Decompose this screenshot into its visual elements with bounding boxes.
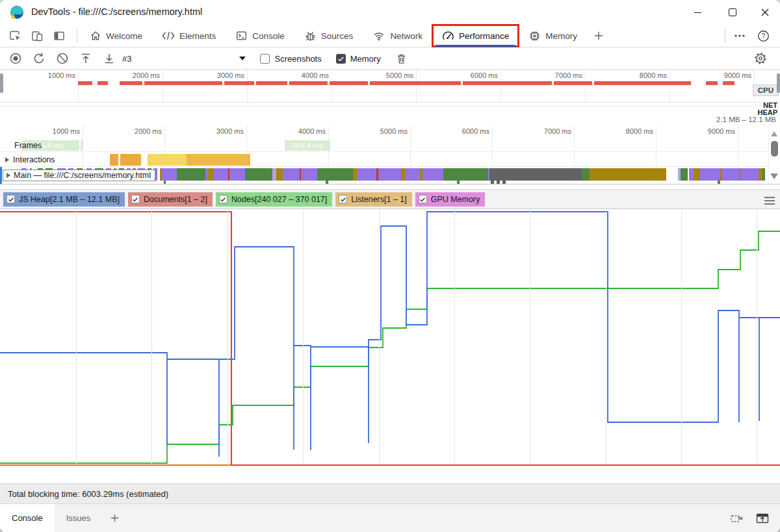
performance-toolbar: #3 Screenshots Memory (0, 47, 780, 70)
memory-label: Memory (350, 54, 381, 64)
gridline (757, 209, 757, 464)
record-button[interactable] (4, 49, 27, 68)
gridline (303, 209, 304, 464)
help-button[interactable]: ? (751, 30, 775, 42)
flame-child-tick (502, 181, 506, 184)
memory-chip-icon (528, 30, 541, 42)
gridline (76, 209, 77, 464)
counter-checkbox[interactable] (419, 195, 427, 203)
memory-checkbox[interactable] (336, 54, 346, 64)
reload-and-record-button[interactable] (27, 49, 51, 68)
tab-performance[interactable]: Performance (432, 25, 519, 47)
more-options-button[interactable] (728, 34, 751, 38)
title-bar: DevTools - file:///C:/screens/memory.htm… (0, 0, 780, 25)
load-profile-button[interactable] (74, 49, 98, 68)
drawer-tab-bar: Console Issues (0, 504, 780, 532)
overview-right-handle[interactable] (777, 73, 780, 93)
session-dropdown[interactable] (239, 57, 246, 60)
tab-label: Console (252, 31, 285, 41)
drawer-more-tools-button[interactable] (102, 504, 127, 532)
tracks-scrollbar[interactable] (768, 125, 780, 184)
interaction-bar (187, 154, 250, 166)
download-icon (103, 52, 116, 65)
scroll-down-icon[interactable] (770, 173, 778, 179)
counter-label: Listeners[1 – 1] (351, 195, 406, 204)
counter-toggle-1[interactable]: Documents[1 – 2] (128, 192, 213, 207)
memory-counters-chart[interactable] (0, 209, 780, 466)
inspect-element-button[interactable] (4, 27, 26, 45)
expand-panel-icon (755, 512, 770, 525)
tab-label: Welcome (106, 31, 142, 41)
help-icon: ? (757, 30, 770, 42)
screenshots-checkbox[interactable] (260, 54, 270, 64)
minimize-button[interactable] (682, 0, 712, 25)
tab-sources[interactable]: Sources (294, 25, 363, 47)
counter-toggle-0[interactable]: JS Heap[2.1 MB – 12.1 MB] (3, 192, 125, 207)
interaction-bar (148, 154, 187, 166)
main-track-label[interactable]: Main — file:///C:/screens/memory.html (3, 170, 155, 181)
counter-toggle-2[interactable]: Nodes[240 027 – 370 017] (216, 192, 332, 207)
device-emulation-button[interactable] (26, 27, 48, 45)
summary-bar: Total blocking time: 6003.29ms (estimate… (0, 483, 780, 504)
counter-checkbox[interactable] (219, 195, 228, 203)
timeline-overview[interactable]: 1000 ms2000 ms3000 ms4000 ms5000 ms6000 … (0, 70, 780, 126)
frame-duration-badge[interactable] (81, 140, 83, 151)
wifi-icon (372, 30, 385, 42)
counter-checkbox[interactable] (6, 195, 15, 203)
svg-text:?: ? (761, 32, 765, 40)
legend-menu-icon[interactable] (764, 197, 775, 207)
delete-recording-button[interactable] (390, 49, 413, 68)
scroll-up-icon[interactable] (771, 131, 777, 136)
capture-settings-button[interactable] (749, 49, 772, 68)
drawer-tab-issues[interactable]: Issues (55, 504, 103, 532)
plus-icon (593, 31, 604, 41)
maximize-button[interactable] (718, 0, 748, 25)
tab-console[interactable]: Console (226, 25, 294, 47)
heap-range-label: 2.1 MB – 12.1 MB (715, 116, 777, 123)
memory-toggle[interactable]: Memory (336, 54, 381, 64)
tab-network[interactable]: Network (363, 25, 432, 47)
devtools-window: DevTools - file:///C:/screens/memory.htm… (0, 0, 780, 532)
timeline-tracks: 1000 ms2000 ms3000 ms4000 ms5000 ms6000 … (0, 125, 780, 184)
save-profile-button[interactable] (98, 49, 121, 68)
counter-toggle-4[interactable]: GPU Memory (415, 192, 486, 207)
time-label: 1000 ms (53, 127, 80, 135)
close-button[interactable] (750, 0, 780, 25)
gear-icon (754, 52, 767, 65)
scroll-thumb[interactable] (771, 141, 778, 157)
device-toolbar-icon (31, 29, 44, 42)
total-blocking-time: Total blocking time: 6003.29ms (estimate… (8, 489, 168, 499)
tabbar-right-group: ? (722, 25, 780, 47)
gridline (228, 209, 228, 464)
drawer-right-icons (729, 504, 780, 532)
tab-memory[interactable]: Memory (519, 25, 587, 47)
overview-left-handle[interactable] (0, 73, 3, 93)
tab-label: Performance (459, 31, 509, 41)
counter-checkbox[interactable] (131, 195, 140, 203)
interactions-track[interactable] (0, 154, 780, 166)
screenshots-toggle[interactable]: Screenshots (260, 54, 321, 64)
frame-duration-badge[interactable]: 568.4 ms (285, 140, 330, 151)
counter-label: Nodes[240 027 – 370 017] (231, 195, 327, 204)
maximize-icon (729, 8, 736, 16)
clear-icon (56, 52, 69, 65)
interaction-bar (110, 154, 118, 166)
tab-label: Network (390, 31, 422, 41)
drawer-tab-console[interactable]: Console (0, 504, 55, 532)
counter-toggle-3[interactable]: Listeners[1 – 1] (335, 192, 411, 207)
counter-checkbox[interactable] (339, 195, 347, 203)
time-label: 9000 ms (708, 127, 735, 135)
expand-drawer-button[interactable] (755, 512, 770, 525)
tab-elements[interactable]: Elements (152, 25, 226, 47)
tab-welcome[interactable]: Welcome (80, 25, 152, 47)
trash-icon (395, 53, 408, 65)
dock-side-button[interactable] (48, 27, 70, 45)
interaction-bar (120, 154, 141, 166)
counter-label: JS Heap[2.1 MB – 12.1 MB] (19, 195, 120, 204)
time-label: 8000 ms (626, 127, 653, 135)
clear-recording-button[interactable] (51, 49, 74, 68)
more-tabs-button[interactable] (587, 25, 610, 47)
check-icon (419, 196, 426, 203)
restore-dock-button[interactable] (729, 512, 744, 525)
flame-child-tick (491, 181, 494, 184)
